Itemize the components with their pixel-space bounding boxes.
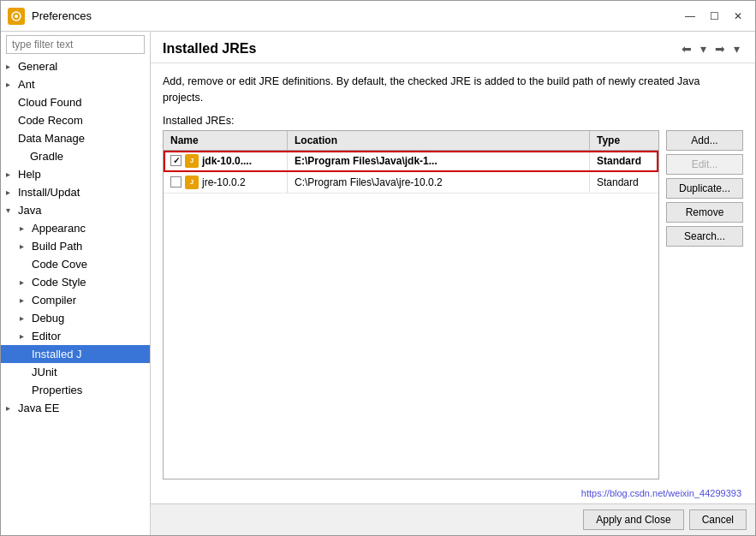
sidebar-item-ant[interactable]: ▸ Ant	[1, 75, 150, 93]
sidebar-item-installed-j[interactable]: Installed J	[1, 345, 150, 363]
nav-forward-dropdown-button[interactable]: ▾	[730, 40, 743, 57]
cancel-button[interactable]: Cancel	[689, 509, 747, 530]
nav-dropdown-button[interactable]: ▾	[697, 40, 710, 57]
sidebar-item-code-style[interactable]: ▸ Code Style	[1, 273, 150, 291]
preferences-window: Preferences — ☐ ✕ ▸ General ▸ Ant	[0, 0, 756, 536]
duplicate-button[interactable]: Duplicate...	[666, 178, 743, 199]
checkbox-jdk[interactable]: ✓	[170, 155, 182, 166]
sidebar-item-editor[interactable]: ▸ Editor	[1, 327, 150, 345]
edit-button[interactable]: Edit...	[666, 154, 743, 175]
window-title: Preferences	[32, 9, 680, 22]
sidebar-item-appearance[interactable]: ▸ Appearanc	[1, 219, 150, 237]
jre-icon-jdk: J	[185, 154, 199, 168]
main-content: ▸ General ▸ Ant Cloud Found Code Recom	[1, 32, 755, 535]
panel-header: Installed JREs ⬅ ▾ ➡ ▾	[151, 32, 755, 63]
panel-body: Add, remove or edit JRE definitions. By …	[151, 63, 755, 490]
sidebar-item-code-recom[interactable]: Code Recom	[1, 111, 150, 129]
sidebar-item-install-updat[interactable]: ▸ Install/Updat	[1, 183, 150, 201]
sidebar-item-java[interactable]: ▾ Java	[1, 201, 150, 219]
sidebar-item-cloud-found[interactable]: Cloud Found	[1, 93, 150, 111]
sidebar-item-junit[interactable]: JUnit	[1, 363, 150, 381]
arrow-icon: ▸	[6, 62, 18, 71]
bottom-bar: Apply and Close Cancel	[151, 503, 755, 535]
arrow-icon: ▸	[20, 313, 32, 323]
cell-type-jre: Standard	[590, 173, 658, 192]
arrow-icon: ▸	[20, 277, 32, 287]
cell-type-jdk: Standard	[590, 152, 658, 170]
nav-back-button[interactable]: ⬅	[678, 40, 695, 57]
arrow-icon: ▸	[6, 188, 18, 197]
arrow-icon: ▸	[6, 403, 18, 413]
cell-name-jdk: ✓ J jdk-10.0....	[164, 151, 288, 171]
sidebar-item-build-path[interactable]: ▸ Build Path	[1, 237, 150, 255]
title-bar: Preferences — ☐ ✕	[1, 1, 755, 32]
side-buttons: Add... Edit... Duplicate... Remove Searc…	[666, 130, 743, 480]
cell-location-jdk: E:\Program Files\Java\jdk-1...	[288, 152, 590, 170]
nav-forward-button[interactable]: ➡	[711, 40, 729, 57]
table-row[interactable]: J jre-10.0.2 C:\Program Files\Java\jre-1…	[164, 172, 658, 194]
arrow-icon: ▾	[6, 205, 18, 215]
remove-button[interactable]: Remove	[666, 202, 743, 223]
col-header-name: Name	[164, 131, 288, 150]
sidebar-item-debug[interactable]: ▸ Debug	[1, 309, 150, 327]
col-header-location: Location	[288, 131, 590, 150]
close-button[interactable]: ✕	[728, 6, 748, 27]
sidebar-item-help[interactable]: ▸ Help	[1, 165, 150, 183]
arrow-icon: ▸	[20, 331, 32, 341]
filter-input[interactable]	[6, 35, 145, 54]
panel: Installed JREs ⬅ ▾ ➡ ▾ Add, remove or ed…	[151, 32, 755, 535]
cell-location-jre: C:\Program Files\Java\jre-10.0.2	[288, 173, 590, 192]
arrow-icon: ▸	[20, 223, 32, 233]
jre-icon-jre: J	[185, 176, 199, 189]
sidebar-tree: ▸ General ▸ Ant Cloud Found Code Recom	[1, 57, 150, 535]
minimize-button[interactable]: —	[680, 6, 700, 27]
sidebar-item-compiler[interactable]: ▸ Compiler	[1, 291, 150, 309]
table-header: Name Location Type	[164, 131, 658, 151]
sidebar-item-java-ee[interactable]: ▸ Java EE	[1, 399, 150, 417]
sidebar-item-general[interactable]: ▸ General	[1, 57, 150, 75]
table-area: Name Location Type ✓ J jdk-10.0....	[163, 130, 743, 480]
window-controls: — ☐ ✕	[680, 6, 748, 27]
arrow-icon: ▸	[6, 170, 18, 179]
svg-point-1	[15, 15, 18, 18]
sidebar-item-properties[interactable]: Properties	[1, 381, 150, 399]
table-body: ✓ J jdk-10.0.... E:\Program Files\Java\j…	[164, 151, 658, 194]
checkbox-jre[interactable]	[170, 176, 182, 188]
add-button[interactable]: Add...	[666, 130, 743, 151]
app-icon	[8, 8, 25, 25]
arrow-icon: ▸	[6, 80, 18, 89]
panel-nav: ⬅ ▾ ➡ ▾	[678, 40, 743, 57]
sidebar: ▸ General ▸ Ant Cloud Found Code Recom	[1, 32, 151, 535]
watermark: https://blog.csdn.net/weixin_44299393	[151, 486, 748, 500]
panel-description: Add, remove or edit JRE definitions. By …	[163, 74, 743, 106]
cell-name-jre: J jre-10.0.2	[164, 172, 288, 193]
search-button[interactable]: Search...	[666, 226, 743, 247]
apply-close-button[interactable]: Apply and Close	[583, 509, 683, 530]
arrow-icon: ▸	[20, 295, 32, 305]
table-label: Installed JREs:	[163, 115, 743, 127]
maximize-button[interactable]: ☐	[704, 6, 724, 27]
jre-table: Name Location Type ✓ J jdk-10.0....	[163, 130, 659, 480]
sidebar-item-gradle[interactable]: Gradle	[1, 147, 150, 165]
sidebar-item-data-manage[interactable]: Data Manage	[1, 129, 150, 147]
col-header-type: Type	[590, 131, 658, 150]
sidebar-item-code-cove[interactable]: Code Cove	[1, 255, 150, 273]
arrow-icon: ▸	[20, 241, 32, 251]
table-row[interactable]: ✓ J jdk-10.0.... E:\Program Files\Java\j…	[164, 151, 658, 172]
panel-title: Installed JREs	[163, 41, 256, 57]
